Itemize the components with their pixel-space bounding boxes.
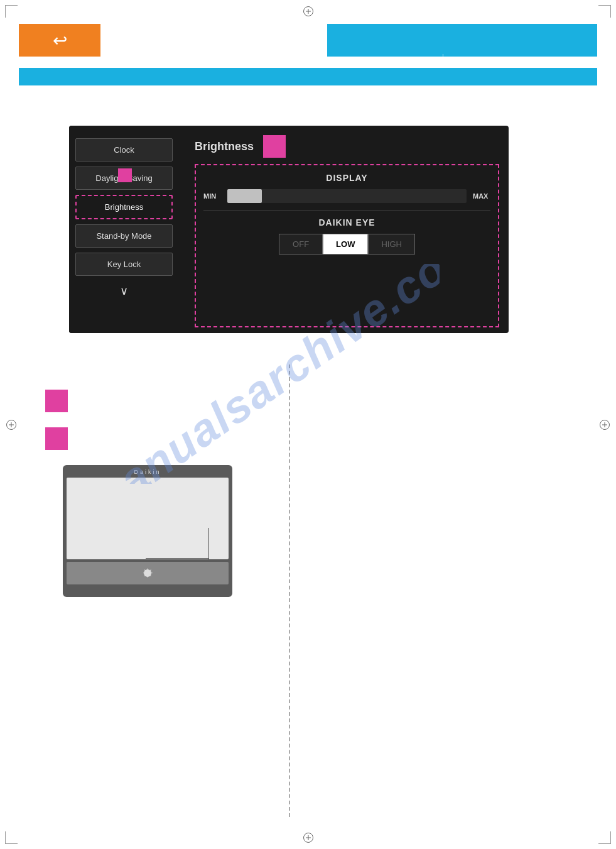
- slider-min-label: MIN: [203, 192, 221, 200]
- daikin-eye-section: DAIKIN EYE OFF LOW HIGH: [203, 217, 490, 255]
- main-panel: Clock Daylight Saving Brightness Stand-b…: [69, 126, 509, 333]
- sidebar-item-daylight-saving[interactable]: Daylight Saving: [75, 167, 173, 190]
- sidebar-item-key-lock[interactable]: Key Lock: [75, 253, 173, 276]
- brightness-header: Brightness: [195, 135, 499, 158]
- device-outer-frame: Daikin ✳: [63, 465, 232, 597]
- pointer-line-horizontal: [146, 558, 208, 559]
- device-screen: [67, 478, 229, 559]
- daikin-eye-label: DAIKIN EYE: [203, 217, 490, 227]
- chevron-down-icon[interactable]: ∨: [75, 281, 173, 301]
- pink-swatch-display: [45, 390, 68, 412]
- device-bottom-bar: ✳: [67, 562, 229, 584]
- sun-rays: ✳: [143, 566, 153, 581]
- slider-track[interactable]: [227, 189, 467, 203]
- corner-mark-bl: [5, 831, 18, 844]
- reg-mark-left: [6, 420, 16, 430]
- back-button[interactable]: ↩: [19, 24, 100, 57]
- slider-max-label: MAX: [473, 192, 490, 200]
- sidebar-item-clock[interactable]: Clock: [75, 138, 173, 162]
- section-divider: [203, 211, 490, 211]
- top-header-bar: [327, 24, 597, 57]
- daylight-pink-indicator: [118, 168, 132, 182]
- brightness-dashed-container: DISPLAY MIN MAX DAIKIN EYE OFF: [195, 164, 499, 327]
- corner-mark-br: [598, 831, 611, 844]
- sub-header-bar: [19, 68, 597, 85]
- sidebar-item-stand-by-mode[interactable]: Stand-by Mode: [75, 224, 173, 248]
- brightness-pink-block: [263, 135, 286, 158]
- corner-mark-tr: [598, 5, 611, 18]
- reg-mark-top: [303, 6, 313, 16]
- display-label: DISPLAY: [203, 173, 490, 183]
- back-arrow-icon: ↩: [53, 30, 67, 51]
- brightness-slider-container[interactable]: MIN MAX: [203, 189, 490, 203]
- btn-off[interactable]: OFF: [279, 234, 323, 255]
- reg-mark-right: [600, 420, 610, 430]
- corner-mark-tl: [5, 5, 18, 18]
- sidebar: Clock Daylight Saving Brightness Stand-b…: [69, 126, 179, 333]
- pink-swatch-daikin-eye: [45, 427, 68, 450]
- brightness-title: Brightness: [195, 140, 254, 153]
- reg-mark-bottom: [303, 833, 313, 843]
- sidebar-item-brightness[interactable]: Brightness: [75, 195, 173, 219]
- vertical-dashed-divider: [289, 364, 290, 817]
- btn-high[interactable]: HIGH: [368, 234, 415, 255]
- btn-low[interactable]: LOW: [323, 234, 368, 255]
- device-illustration: Daikin ✳: [63, 465, 232, 597]
- display-section: DISPLAY MIN MAX: [203, 173, 490, 203]
- device-brand-label: Daikin: [67, 469, 229, 475]
- pointer-line-vertical: [208, 528, 209, 559]
- sun-icon: ✳: [139, 564, 156, 582]
- daikin-eye-button-group: OFF LOW HIGH: [203, 234, 490, 255]
- slider-fill: [227, 189, 262, 203]
- content-panel: Brightness DISPLAY MIN MAX DAIKIN EYE: [185, 126, 509, 333]
